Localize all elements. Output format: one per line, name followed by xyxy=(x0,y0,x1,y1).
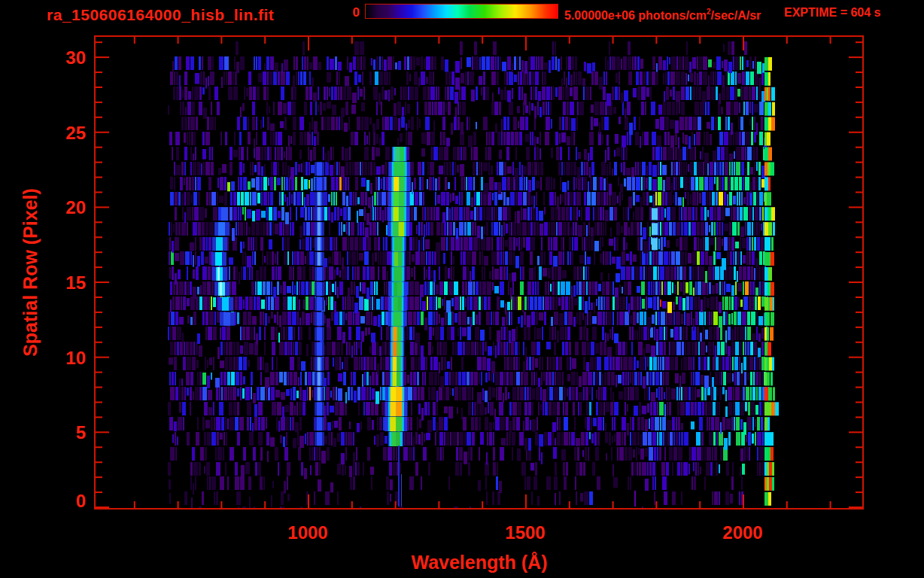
x-axis-label: Wavelength (Å) xyxy=(329,552,630,573)
x-tick-label: 1500 xyxy=(491,522,559,543)
colorbar-max-label: 5.00000e+06 photons/cm2/sec/A/sr xyxy=(564,5,761,20)
x-tick-label: 2000 xyxy=(709,522,777,543)
y-tick-label: 0 xyxy=(26,491,86,512)
y-tick-label: 20 xyxy=(26,197,86,218)
viewer-window: ra_150606164000_hisb_lin.fit 0 5.00000e+… xyxy=(0,0,924,578)
y-tick-label: 25 xyxy=(26,123,86,144)
colorbar-min-label: 0 xyxy=(327,5,360,20)
plot-frame xyxy=(94,35,864,510)
y-tick-label: 15 xyxy=(26,272,86,294)
y-tick-label: 30 xyxy=(26,47,86,68)
file-title: ra_150606164000_hisb_lin.fit xyxy=(47,6,274,24)
x-tick-label: 1000 xyxy=(274,522,342,543)
colorbar xyxy=(365,4,558,19)
exptime-label: EXPTIME = 604 s xyxy=(784,5,881,20)
colorbar-gradient xyxy=(366,5,558,18)
colorbar-units-suffix: /sec/A/sr xyxy=(711,9,761,22)
colorbar-max-value: 5.00000e+06 xyxy=(564,9,635,22)
colorbar-units-prefix: photons/cm xyxy=(635,9,707,22)
y-tick-label: 5 xyxy=(26,422,86,443)
colorbar-units-superscript: 2 xyxy=(707,8,711,16)
y-tick-label: 10 xyxy=(26,348,86,369)
